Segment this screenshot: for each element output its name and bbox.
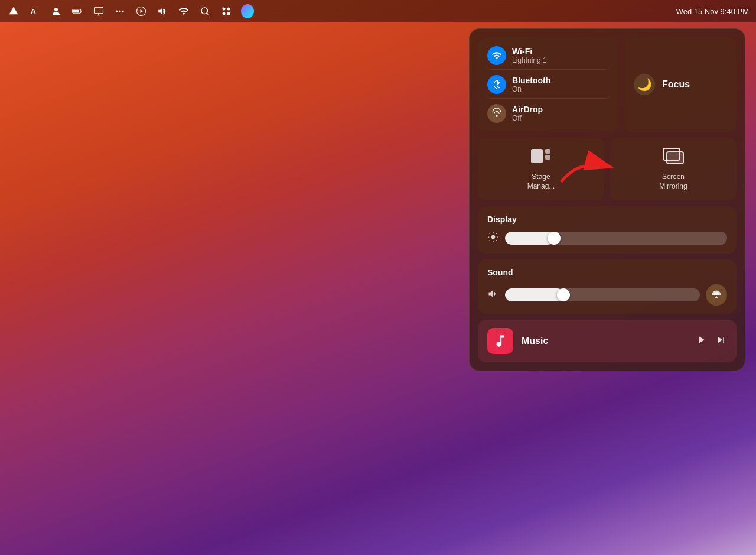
bluetooth-status: On [512,85,550,93]
datetime: Wed 15 Nov 9:40 PM [676,7,749,16]
svg-point-11 [223,8,226,11]
svg-line-17 [497,86,500,89]
svg-point-10 [201,8,208,14]
screen-mirroring-label: ScreenMirroring [659,173,687,191]
svg-point-20 [496,115,497,117]
music-app-icon [487,328,513,354]
display-menubar-icon[interactable] [92,5,105,18]
music-section: Music [478,320,737,362]
bluetooth-name: Bluetooth [512,76,550,85]
brightness-slider[interactable] [505,232,727,245]
svg-point-6 [116,11,118,12]
svg-point-14 [227,12,230,15]
wifi-icon [487,46,506,65]
siri-icon[interactable] [241,5,254,18]
airdrop-status: Off [512,114,543,122]
wifi-item[interactable]: Wi-Fi Lightning 1 [485,42,611,70]
music-controls [695,334,727,349]
display-title: Display [487,215,727,224]
search-menubar-icon[interactable] [198,5,211,18]
svg-rect-25 [667,152,683,164]
contacts-icon[interactable] [50,5,63,18]
svg-point-26 [491,235,496,239]
stage-manager-label: StageManag... [527,173,555,191]
font-icon[interactable]: A [28,5,41,18]
volume-slider[interactable] [505,288,700,301]
stage-manager-block[interactable]: StageManag... [478,138,604,200]
control-center-menubar-icon[interactable] [220,5,233,18]
focus-icon: 🌙 [634,74,655,95]
wifi-name: Wi-Fi [512,47,547,56]
volume-icon [487,288,499,302]
svg-point-7 [119,11,121,12]
airdrop-icon [487,104,506,123]
focus-label: Focus [662,79,690,90]
skip-forward-button[interactable] [715,334,727,349]
autodiscover-icon[interactable] [7,5,20,18]
control-center-panel: Wi-Fi Lightning 1 Bluetooth On Ai [469,28,745,371]
volume-menubar-icon[interactable] [156,5,169,18]
brightness-slider-row [487,231,727,245]
battery-icon[interactable] [71,5,84,18]
music-label: Music [522,336,687,346]
svg-rect-3 [73,10,79,13]
svg-rect-21 [531,149,543,163]
menubar-right: Wed 15 Nov 9:40 PM [676,7,749,16]
svg-rect-22 [545,149,550,154]
svg-rect-23 [545,155,550,160]
svg-rect-4 [81,11,82,12]
airdrop-item[interactable]: AirDrop Off [485,100,611,127]
svg-point-12 [227,8,230,11]
play-menubar-icon[interactable] [135,5,148,18]
svg-point-8 [122,11,124,12]
dots-icon[interactable] [113,5,126,18]
airplay-button[interactable] [706,284,727,306]
top-row: Wi-Fi Lightning 1 Bluetooth On Ai [478,37,737,132]
middle-row: StageManag... ScreenMirroring [478,138,737,200]
display-section: Display [478,206,737,254]
screen-mirroring-block[interactable]: ScreenMirroring [610,138,737,200]
sound-title: Sound [487,268,727,277]
menubar-left: A [7,5,676,18]
connectivity-block: Wi-Fi Lightning 1 Bluetooth On Ai [478,37,618,132]
focus-block[interactable]: 🌙 Focus [624,37,737,132]
wifi-menubar-icon[interactable] [177,5,190,18]
svg-line-19 [494,86,497,89]
brightness-icon [487,231,499,245]
screen-mirroring-icon [663,147,684,169]
play-button[interactable] [695,334,707,349]
bluetooth-text: Bluetooth On [512,76,550,93]
sound-section: Sound [478,259,737,314]
volume-slider-row [487,284,727,306]
airdrop-text: AirDrop Off [512,105,543,122]
bluetooth-item[interactable]: Bluetooth On [485,71,611,99]
wifi-status: Lightning 1 [512,56,547,64]
menubar: A Wed 15 Nov 9 [0,0,756,22]
svg-text:A: A [31,7,37,16]
airdrop-name: AirDrop [512,105,543,114]
bluetooth-icon [487,75,506,94]
svg-rect-5 [94,7,103,14]
svg-line-18 [494,80,497,83]
svg-point-1 [54,8,58,11]
stage-manager-icon [530,147,552,169]
svg-point-13 [223,12,226,15]
wifi-text: Wi-Fi Lightning 1 [512,47,547,64]
